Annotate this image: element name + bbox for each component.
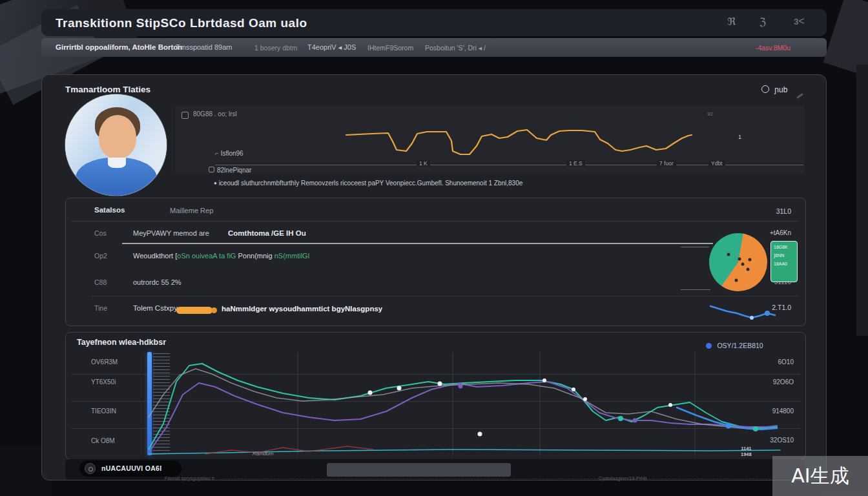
ai-watermark: AI生成 (772, 456, 868, 496)
avatar-face (99, 115, 136, 159)
nav-item-reports[interactable]: T4eopriV ◂ J0S (307, 43, 356, 52)
footer-pill-label: nUACAUUVI OA6I (101, 464, 161, 472)
chart-row-label-3: TIEO3IN (91, 408, 116, 415)
apps-icon[interactable]: ℨ (760, 16, 766, 28)
chart-row-label-2: YT6X50i (91, 378, 116, 386)
row-text: outrordc 55 2% (133, 278, 181, 286)
avatar-collar (108, 158, 126, 168)
legend-item: 18AA0 (774, 260, 794, 269)
nav-item-overview[interactable]: Girrirtbl oppoaliform, AtoHle Borton (56, 43, 182, 51)
footer-faint-right: Cydsduzgsvrv19-PrHll (599, 475, 646, 481)
footer-progress-bar (327, 463, 511, 477)
record-icon (85, 463, 96, 474)
bg-shard-right-strip (856, 65, 868, 336)
axis-tick-4: Ydbt (708, 160, 725, 167)
pie-legend: 18G8K }8NN 18AA0 (770, 241, 798, 282)
refresh-icon (761, 85, 769, 93)
table-header-value: 31L0 (727, 207, 791, 215)
legend-item: }8NN (774, 252, 794, 260)
nav-item-position[interactable]: Posboitun 'S', Dri ◂ / (425, 44, 486, 52)
row-key: Cos (94, 229, 107, 237)
summary-note: ● iceoudl sluthurchnmbfturthly Remoovzer… (214, 180, 522, 187)
series-label-secondary: 82lnePiqnar (209, 167, 251, 174)
table-divider-2 (91, 296, 798, 296)
series-label-primary: ⌐ Isflon96 (215, 150, 243, 157)
status-dot-icon (706, 343, 712, 349)
axis-tick-1: 1 K (417, 160, 430, 167)
table-row: Op2 Weoudkthort [oSn ouiveaA ta fiG Ponn… (42, 252, 826, 265)
table-col-a[interactable]: Satalsos (94, 206, 125, 214)
axis-tick-3: 7 fuor (657, 160, 676, 167)
user-avatar[interactable] (65, 94, 167, 196)
row-key: Op2 (94, 252, 107, 260)
chart-footnote: Ramdum (253, 451, 273, 457)
progress-pill (176, 307, 212, 314)
refresh-button[interactable]: ɲub (761, 85, 787, 94)
nav-item-transport[interactable]: Tmsspoatid 89am (176, 43, 232, 51)
panel-title: Tmanartloom Tlaties (65, 85, 150, 94)
nav-item-forum[interactable]: IHtemF9Sorom (367, 44, 413, 52)
table-col-b[interactable]: Mailleme Rep (170, 207, 213, 214)
row-key: C88 (94, 278, 107, 286)
chart-row-label-4: Ck O8M (91, 437, 115, 444)
app-header: Transkitionn StipSCo Lbrtdasd Oam ualo ℜ… (41, 9, 827, 36)
progress-dot (211, 307, 217, 313)
row-bar-label: haNmmldger wysoudhammtict bgyNlasgpnsy (222, 305, 382, 313)
pen-icon (796, 93, 803, 99)
series-dash-icon: ⌐ (215, 150, 221, 157)
row-sparkline (708, 302, 779, 322)
table-row: Cos MeyPVAWY memod are Comthtoma /GE IH … (42, 229, 826, 242)
user-menu-icon[interactable]: ɜ< (794, 16, 805, 27)
row-text-a: MeyPVAWY memod are (133, 229, 209, 237)
footer-pill-button[interactable]: nUACAUUVI OA6I (79, 460, 181, 477)
dashboard-page: Transkitionn StipSCo Lbrtdasd Oam ualo ℜ… (0, 0, 868, 496)
row-mixed-text: Weoudkthort [oSn ouiveaA ta fiG Ponn(mni… (133, 252, 309, 260)
chart-corner-value: 1141 1948 (741, 446, 752, 457)
edit-button[interactable] (796, 88, 803, 99)
footer-dashed-line (222, 479, 770, 479)
table-divider-bright (122, 243, 713, 244)
segment-pie-chart (709, 233, 767, 291)
pie-leader-line-2 (681, 289, 710, 290)
main-panel: Tmanartloom Tlaties ɲub 80G88 . oo; lrsl… (41, 74, 827, 480)
refresh-label: ɲub (774, 85, 787, 94)
axis-tick-2: 1 E.S (566, 160, 585, 167)
pie-leader-line-1 (681, 247, 709, 247)
bottom-multi-line-chart (146, 349, 792, 458)
top-line-chart (175, 106, 805, 165)
notifications-icon[interactable]: ℜ (727, 16, 736, 28)
row-text: Tolem Cstxpy (133, 304, 178, 312)
top-chart-end-value: 1 (738, 134, 741, 140)
chart-row-label-1: OV6Я3M (91, 358, 118, 366)
bottom-chart-title: Tayefneon wlea-hdkbsr (77, 338, 166, 347)
row-text-b: Comthtoma /GE IH Ou (228, 229, 306, 237)
nav-bar: Girrirtbl oppoaliform, AtoHle Borton Tms… (41, 38, 827, 57)
series-box-icon (209, 167, 214, 172)
footer-faint-left: Faunat sprysgupslwu tr (165, 475, 215, 481)
table-divider-1 (72, 221, 798, 222)
row-key: Tine (94, 304, 107, 312)
nav-alert-value: -4asv.8M0u (713, 44, 790, 52)
bullet-icon: ● (214, 180, 217, 186)
app-title: Transkitionn StipSCo Lbrtdasd Oam ualo (56, 16, 307, 30)
nav-item-history[interactable]: 1 bosery dbtm (254, 44, 298, 52)
legend-item: 18G8K (774, 243, 794, 252)
